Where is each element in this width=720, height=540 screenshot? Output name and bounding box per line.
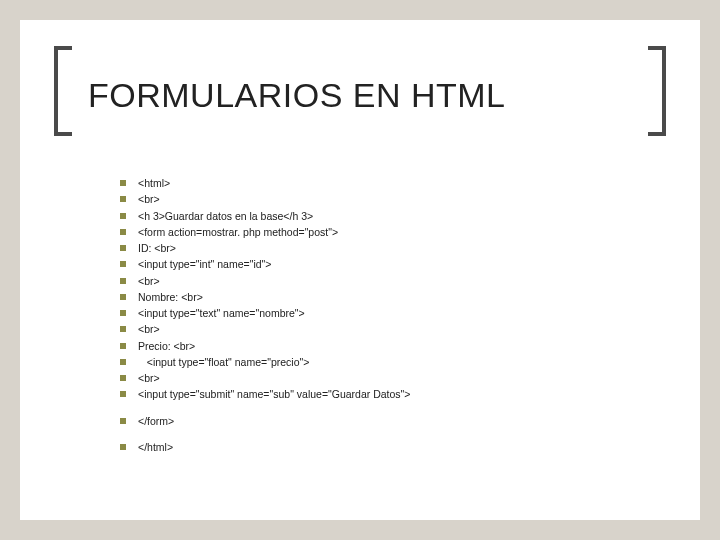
- slide: FORMULARIOS EN HTML <html> <br> <h 3>Gua…: [20, 20, 700, 520]
- code-line: <input type="float" name="precio">: [120, 354, 656, 370]
- code-list: <html> <br> <h 3>Guardar datos en la bas…: [120, 175, 656, 455]
- code-line: <html>: [120, 175, 656, 191]
- code-line: Nombre: <br>: [120, 289, 656, 305]
- code-line: <form action=mostrar. php method="post">: [120, 224, 656, 240]
- slide-content: <html> <br> <h 3>Guardar datos en la bas…: [120, 175, 656, 455]
- code-line: </html>: [120, 439, 656, 455]
- bracket-left-tips: [54, 46, 72, 136]
- code-line: <h 3>Guardar datos en la base</h 3>: [120, 208, 656, 224]
- code-line: <br>: [120, 321, 656, 337]
- code-line: <input type="int" name="id">: [120, 256, 656, 272]
- code-line: ID: <br>: [120, 240, 656, 256]
- slide-title: FORMULARIOS EN HTML: [88, 76, 656, 115]
- bracket-right-tips: [648, 46, 666, 136]
- code-line: <br>: [120, 370, 656, 386]
- code-line: <input type="text" name="nombre">: [120, 305, 656, 321]
- code-line: Precio: <br>: [120, 338, 656, 354]
- code-line: <br>: [120, 191, 656, 207]
- code-line: </form>: [120, 413, 656, 429]
- code-line: <input type="submit" name="sub" value="G…: [120, 386, 656, 402]
- code-line: <br>: [120, 273, 656, 289]
